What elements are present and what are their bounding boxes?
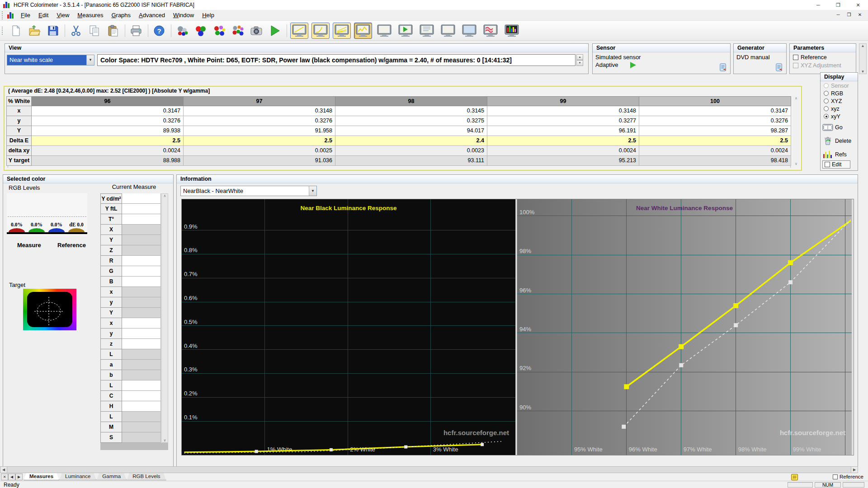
monitor-cie-view-icon[interactable] bbox=[460, 23, 478, 39]
cut-icon[interactable] bbox=[68, 23, 84, 38]
monitor-rgb-levels-view-icon[interactable] bbox=[333, 23, 351, 39]
menu-graphs[interactable]: Graphs bbox=[107, 10, 135, 21]
radio-xyy[interactable]: xyY bbox=[821, 112, 858, 120]
reference-checkbox-row[interactable]: Reference bbox=[790, 52, 856, 61]
grid-value-cell[interactable]: 0.3148 bbox=[184, 106, 335, 116]
tab-gamma[interactable]: Gamma bbox=[96, 473, 127, 480]
grid-value-cell[interactable]: 96.191 bbox=[487, 126, 639, 136]
spinner-down-icon[interactable]: ▼ bbox=[576, 60, 583, 66]
grid-value-cell[interactable]: 0.3145 bbox=[335, 106, 487, 116]
monitor-plain-view-icon-2[interactable] bbox=[439, 23, 457, 39]
grid-value-cell[interactable]: 0.3276 bbox=[639, 116, 791, 126]
grid-value-cell[interactable]: 91.036 bbox=[184, 156, 335, 166]
column-header-98[interactable]: 98 bbox=[335, 96, 487, 106]
measure-count-spinner[interactable]: ▲▼ bbox=[576, 54, 583, 66]
scroll-down-icon[interactable]: ∨ bbox=[164, 438, 166, 442]
grid-value-cell[interactable]: 0.3275 bbox=[335, 116, 487, 126]
close-button[interactable]: ✕ bbox=[848, 0, 868, 10]
grid-value-cell[interactable]: 95.213 bbox=[487, 156, 639, 166]
spinner-up-icon[interactable]: ▲ bbox=[576, 54, 583, 60]
horizontal-scrollbar[interactable]: ◀ ▶ bbox=[0, 466, 858, 473]
column-header-100[interactable]: 100 bbox=[639, 96, 791, 106]
scrollbar-thumb[interactable] bbox=[7, 466, 851, 473]
menu-measures[interactable]: Measures bbox=[73, 10, 107, 21]
radio-xyz[interactable]: xyz bbox=[821, 104, 858, 112]
spheres-multi-icon[interactable] bbox=[230, 23, 245, 38]
current-measure-scrollbar[interactable]: ∧∨ bbox=[161, 193, 168, 443]
information-view-dropdown[interactable]: NearBlack - NearWhite ▼ bbox=[180, 186, 317, 196]
chevron-down-icon[interactable]: ▼ bbox=[309, 186, 316, 196]
radio-button[interactable] bbox=[824, 114, 829, 119]
grid-value-cell[interactable]: 2.5 bbox=[639, 136, 791, 146]
save-icon[interactable] bbox=[45, 23, 61, 38]
new-document-icon[interactable] bbox=[8, 23, 24, 38]
column-header-99[interactable]: 99 bbox=[487, 96, 639, 106]
generator-config-icon[interactable] bbox=[775, 63, 783, 72]
grid-value-cell[interactable]: 0.0024 bbox=[487, 146, 639, 156]
grid-value-cell[interactable]: 89.938 bbox=[32, 126, 184, 136]
grid-value-cell[interactable]: 0.3277 bbox=[487, 116, 639, 126]
grid-value-cell[interactable]: 2.4 bbox=[335, 136, 487, 146]
scroll-left-icon[interactable]: ‹ bbox=[7, 164, 9, 169]
balloons-rgb-icon[interactable] bbox=[193, 23, 208, 38]
monitor-plain-view-icon-1[interactable] bbox=[375, 23, 393, 39]
measurement-grid-vscrollbar[interactable]: ∧∨ bbox=[793, 96, 799, 166]
tab-close-icon[interactable]: ✕ bbox=[1, 474, 8, 480]
snapshot-camera-icon[interactable] bbox=[249, 23, 264, 38]
radio-xyz[interactable]: XYZ bbox=[821, 97, 858, 104]
help-icon[interactable]: ? bbox=[151, 23, 167, 38]
refs-button[interactable]: Refs bbox=[821, 147, 858, 160]
scroll-right-icon[interactable]: ▶ bbox=[851, 466, 858, 473]
tab-measures[interactable]: Measures bbox=[24, 473, 59, 480]
monitor-gamma-view-icon[interactable] bbox=[311, 23, 330, 39]
edit-checkbox-row[interactable]: Edit bbox=[822, 160, 850, 169]
print-icon[interactable] bbox=[128, 23, 144, 38]
mdi-minimize-button[interactable]: ─ bbox=[834, 11, 843, 19]
tab-rgb-levels[interactable]: RGB Levels bbox=[127, 473, 166, 480]
reference-checkbox-row[interactable]: Reference bbox=[833, 474, 863, 479]
tab-luminance[interactable]: Luminance bbox=[59, 473, 96, 480]
grid-value-cell[interactable]: 0.0025 bbox=[184, 146, 335, 156]
mdi-restore-button[interactable]: ❐ bbox=[844, 11, 854, 19]
grid-value-cell[interactable]: 0.3147 bbox=[32, 106, 184, 116]
column-header-96[interactable]: 96 bbox=[32, 96, 184, 106]
column-header-97[interactable]: 97 bbox=[184, 96, 335, 106]
scroll-up-icon[interactable]: ▲ bbox=[861, 44, 865, 48]
grid-value-cell[interactable]: 0.3147 bbox=[639, 106, 791, 116]
menu-view[interactable]: View bbox=[52, 10, 73, 21]
grid-value-cell[interactable]: 2.5 bbox=[487, 136, 639, 146]
radio-rgb[interactable]: RGB bbox=[821, 89, 858, 97]
grid-value-cell[interactable]: 2.5 bbox=[184, 136, 335, 146]
menu-help[interactable]: Help bbox=[198, 10, 218, 21]
go-button[interactable]: Go bbox=[821, 120, 858, 133]
grid-value-cell[interactable]: 91.958 bbox=[184, 126, 335, 136]
sensor-run-icon[interactable] bbox=[630, 62, 636, 68]
chevron-down-icon[interactable]: ▼ bbox=[86, 55, 94, 65]
panels-scrollbar[interactable]: ▲▼ bbox=[859, 43, 867, 74]
grid-value-cell[interactable]: 0.0024 bbox=[32, 146, 184, 156]
menu-edit[interactable]: Edit bbox=[34, 10, 52, 21]
monitor-report-view-icon[interactable] bbox=[418, 23, 436, 39]
edit-checkbox[interactable] bbox=[825, 162, 830, 167]
grid-value-cell[interactable]: 94.017 bbox=[335, 126, 487, 136]
monitor-colorbars-view-icon[interactable] bbox=[503, 23, 521, 39]
mdi-close-button[interactable]: ✕ bbox=[855, 11, 864, 19]
monitor-grayscale-view-icon[interactable] bbox=[290, 23, 308, 39]
grid-value-cell[interactable]: 2.5 bbox=[32, 136, 184, 146]
grid-value-cell[interactable]: 93.111 bbox=[335, 156, 487, 166]
scroll-down-icon[interactable]: ∨ bbox=[795, 162, 797, 166]
spheres-rgb-icon[interactable] bbox=[212, 23, 227, 38]
grid-value-cell[interactable]: 0.3276 bbox=[32, 116, 184, 126]
copy-icon[interactable] bbox=[87, 23, 102, 38]
tab-scroll-right-icon[interactable]: ▶ bbox=[15, 474, 23, 480]
scroll-down-icon[interactable]: ▼ bbox=[861, 70, 865, 74]
spheres-gray-icon[interactable] bbox=[175, 23, 190, 38]
grid-value-cell[interactable]: 88.988 bbox=[32, 156, 184, 166]
grid-value-cell[interactable]: 0.0024 bbox=[639, 146, 791, 156]
open-folder-icon[interactable] bbox=[27, 23, 42, 38]
run-measures-icon[interactable] bbox=[267, 23, 283, 38]
menu-file[interactable]: File bbox=[17, 10, 34, 21]
monitor-spectrum-view-icon[interactable] bbox=[481, 23, 500, 39]
radio-button[interactable] bbox=[824, 106, 829, 111]
menu-window[interactable]: Window bbox=[169, 10, 198, 21]
